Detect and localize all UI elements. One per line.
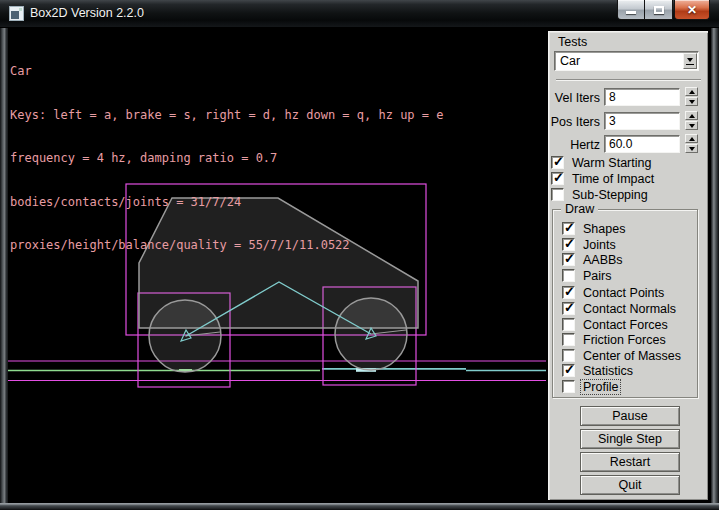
checkbox-box[interactable] [562,318,575,331]
info-line-proxies: proxies/height/balance/quality = 55/7/1/… [10,238,443,253]
hertz-up-button[interactable] [685,134,698,143]
arrow-up-icon [689,90,695,94]
vel-iters-row: Vel Iters [548,88,708,107]
vel-iters-label: Vel Iters [548,91,600,105]
checkbox-label: Friction Forces [583,333,666,347]
checkbox-box[interactable] [562,333,575,346]
checkbox-label: Statistics [583,364,633,378]
app-window: Box2D Version 2.2.0 ✕ [0,0,719,510]
checkbox-box[interactable] [562,269,575,282]
single-step-button[interactable]: Single Step [580,429,680,449]
window-border-bottom [0,503,719,510]
maximize-icon [654,6,664,14]
hertz-down-button[interactable] [685,144,698,153]
vel-iters-input[interactable] [605,89,679,105]
checkbox-label: AABBs [583,253,623,267]
info-line-frequency: frequency = 4 hz, damping ratio = 0.7 [10,151,443,166]
checkbox-label: Warm Starting [572,156,651,170]
minimize-button[interactable] [617,0,645,20]
checkbox-box[interactable] [562,349,575,362]
checkbox-label: Sub-Stepping [572,188,648,202]
checkbox-label: Profile [581,380,620,394]
checkbox-label: Joints [583,238,616,252]
info-line-counts: bodies/contacts/joints = 31/7/24 [10,195,443,210]
pos-iters-row: Pos Iters [548,112,708,131]
pos-iters-field-wrap [604,112,680,130]
hertz-label: Hertz [548,138,600,152]
hertz-field-wrap [604,135,680,153]
close-icon: ✕ [687,3,697,17]
tests-dropdown-value: Car [560,54,580,68]
tests-dropdown[interactable]: Car [554,51,699,71]
tests-label: Tests [558,35,587,49]
window-title: Box2D Version 2.2.0 [30,6,144,20]
checkbox-box[interactable] [562,364,575,377]
pos-iters-label: Pos Iters [548,115,600,129]
control-panel: Tests Car Vel Iters Pos Iters [548,31,708,500]
title-bar[interactable]: Box2D Version 2.2.0 ✕ [0,0,719,28]
arrow-down-icon [689,100,695,104]
hertz-input[interactable] [605,136,679,152]
separator [556,79,701,81]
hertz-spinner [685,134,698,153]
checkbox-label: Contact Points [583,286,664,300]
close-button[interactable]: ✕ [674,0,710,20]
pos-iters-spinner [685,111,698,130]
checkbox-box[interactable] [562,222,575,235]
pause-button[interactable]: Pause [580,406,680,426]
arrow-down-icon [689,147,695,151]
arrow-up-icon [689,114,695,118]
info-line-keys: Keys: left = a, brake = s, right = d, hz… [10,108,443,123]
checkbox-box[interactable] [551,156,564,169]
checkbox-label: Center of Masses [583,349,681,363]
minimize-icon [626,11,636,14]
checkbox-box[interactable] [562,253,575,266]
draw-group-label: Draw [561,202,598,216]
checkbox-box[interactable] [562,238,575,251]
checkbox-label: Pairs [583,269,611,283]
vel-iters-up-button[interactable] [685,87,698,96]
pos-iters-up-button[interactable] [685,111,698,120]
pos-iters-input[interactable] [605,113,679,129]
pos-iters-down-button[interactable] [685,121,698,130]
checkbox-box[interactable] [551,172,564,185]
arrow-up-icon [689,137,695,141]
checkbox-box[interactable] [562,286,575,299]
window-border-left [0,28,8,510]
hertz-row: Hertz [548,135,708,154]
restart-button[interactable]: Restart [580,452,680,472]
checkbox-box[interactable] [562,380,575,393]
maximize-button[interactable] [645,0,673,20]
quit-button[interactable]: Quit [580,475,680,495]
app-icon [9,6,24,21]
checkbox-label: Contact Forces [583,318,668,332]
vel-iters-down-button[interactable] [685,97,698,106]
window-border-right [711,28,719,510]
vel-iters-field-wrap [604,88,680,106]
checkbox-label: Contact Normals [583,302,676,316]
arrow-down-icon [689,124,695,128]
chevron-down-icon[interactable] [683,53,697,69]
checkbox-box[interactable] [551,188,564,201]
info-line-test-name: Car [10,64,443,79]
debug-info-text: Car Keys: left = a, brake = s, right = d… [10,35,443,282]
vel-iters-spinner [685,87,698,106]
checkbox-label: Time of Impact [572,172,654,186]
checkbox-box[interactable] [562,302,575,315]
checkbox-label: Shapes [583,222,625,236]
